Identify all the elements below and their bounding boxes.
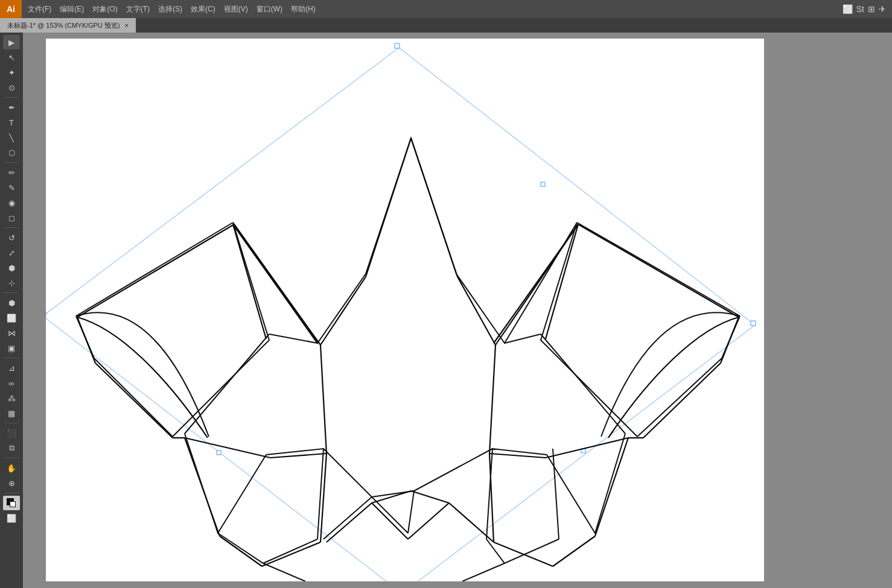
tool-separator-8 — [4, 493, 19, 493]
tool-pen[interactable]: ✒ — [3, 100, 20, 115]
svg-line-39 — [234, 224, 320, 345]
tool-zoom[interactable]: ⊕ — [3, 476, 20, 490]
svg-line-38 — [320, 277, 366, 345]
svg-line-31 — [546, 438, 628, 458]
star-shape-main — [77, 138, 739, 566]
tool-pencil[interactable]: ✎ — [3, 180, 20, 195]
tool-eraser[interactable]: ◻ — [3, 210, 20, 225]
tool-shaper[interactable]: ⬢ — [3, 261, 20, 275]
svg-line-32 — [327, 503, 372, 542]
svg-line-19 — [643, 363, 721, 438]
svg-line-35 — [408, 503, 449, 539]
tab-title: 未标题-1* @ 153% (CMYK/GPU 预览) — [7, 21, 120, 30]
tool-magic-wand[interactable]: ✦ — [3, 65, 20, 80]
tool-selection[interactable]: ▶ — [3, 35, 20, 49]
menu-bar: 文件(F) 编辑(E) 对象(O) 文字(T) 选择(S) 效果(C) 视图(V… — [22, 0, 322, 18]
tool-separator-1 — [4, 97, 19, 98]
menu-effect[interactable]: 效果(C) — [187, 3, 219, 16]
svg-line-40 — [457, 277, 495, 345]
tool-separator-7 — [4, 458, 19, 458]
tool-lasso[interactable]: ⊙ — [3, 80, 20, 95]
selection-box — [46, 43, 756, 581]
svg-line-13 — [546, 224, 578, 339]
star-artwork — [76, 138, 740, 581]
svg-line-24 — [270, 454, 327, 458]
tool-shape-builder[interactable]: ⬢ — [3, 296, 20, 310]
tool-line[interactable]: ╲ — [3, 130, 20, 145]
svg-rect-1 — [395, 43, 400, 48]
svg-line-34 — [372, 503, 408, 539]
svg-line-23 — [320, 454, 327, 542]
tool-paintbrush[interactable]: ✏ — [3, 165, 20, 180]
svg-line-11 — [233, 224, 266, 339]
menu-object[interactable]: 对象(O) — [89, 3, 121, 16]
svg-line-9 — [411, 138, 457, 277]
toolbar-icons: ⬜ St ⊞ ✈ — [843, 4, 892, 14]
left-toolbar: ▶ ↖ ✦ ⊙ ✒ T ╲ ⬡ ✏ ✎ ◉ ◻ ↺ ⤢ ⬢ ⊹ ⬢ ⬜ ⋈ ▣ … — [0, 33, 23, 588]
menu-file[interactable]: 文件(F) — [24, 3, 55, 16]
svg-line-21 — [220, 536, 262, 566]
svg-line-36 — [372, 491, 411, 503]
tool-column-graph[interactable]: ▦ — [3, 406, 20, 420]
menu-window[interactable]: 窗口(W) — [253, 3, 286, 16]
tool-slice[interactable]: ⧉ — [3, 441, 20, 455]
tool-separator-3 — [4, 227, 19, 228]
svg-line-26 — [595, 438, 628, 536]
menu-text[interactable]: 文字(T) — [123, 3, 153, 16]
svg-line-14 — [77, 224, 234, 317]
tool-separator-2 — [4, 162, 19, 163]
svg-line-42 — [320, 345, 327, 454]
svg-line-16 — [95, 363, 173, 438]
tool-screen-mode[interactable]: ⬜ — [3, 511, 20, 525]
document-tab[interactable]: 未标题-1* @ 153% (CMYK/GPU 预览) × — [0, 18, 136, 33]
app-logo: Ai — [0, 0, 22, 18]
main-area: ▶ ↖ ✦ ⊙ ✒ T ╲ ⬡ ✏ ✎ ◉ ◻ ↺ ⤢ ⬢ ⊹ ⬢ ⬜ ⋈ ▣ … — [0, 33, 892, 588]
menu-view[interactable]: 视图(V) — [220, 3, 252, 16]
menu-select[interactable]: 选择(S) — [155, 3, 186, 16]
svg-line-18 — [721, 317, 739, 363]
tool-blob-brush[interactable]: ◉ — [3, 195, 20, 210]
tab-bar: 未标题-1* @ 153% (CMYK/GPU 预览) × — [0, 18, 892, 33]
arrange-icon[interactable]: ⊞ — [868, 4, 875, 14]
tab-close-button[interactable]: × — [125, 22, 129, 29]
tool-free-transform[interactable]: ⊹ — [3, 276, 20, 290]
share-icon[interactable]: ✈ — [879, 4, 886, 14]
tool-type[interactable]: T — [3, 115, 20, 130]
svg-line-20 — [185, 438, 220, 536]
tool-rotate[interactable]: ↺ — [3, 230, 20, 245]
svg-line-17 — [578, 224, 739, 317]
tool-direct-selection[interactable]: ↖ — [3, 50, 20, 65]
tool-artboard[interactable]: ⬛ — [3, 426, 20, 440]
tool-fill-stroke[interactable] — [3, 496, 20, 510]
svg-line-8 — [366, 138, 411, 277]
tool-perspective[interactable]: ⬜ — [3, 311, 20, 325]
tool-hand[interactable]: ✋ — [3, 461, 20, 475]
title-bar: Ai 文件(F) 编辑(E) 对象(O) 文字(T) 选择(S) 效果(C) 视… — [0, 0, 892, 18]
svg-line-25 — [185, 438, 270, 458]
tool-mesh[interactable]: ⋈ — [3, 326, 20, 340]
svg-line-22 — [262, 542, 320, 566]
svg-rect-2 — [751, 321, 756, 326]
svg-line-27 — [553, 536, 595, 566]
bridge-icon[interactable]: St — [856, 4, 864, 14]
search-icon[interactable]: ⬜ — [843, 4, 853, 14]
svg-rect-7 — [217, 450, 221, 455]
tool-shape[interactable]: ⬡ — [3, 145, 20, 160]
tool-eyedropper[interactable]: ⊿ — [3, 361, 20, 375]
svg-line-15 — [77, 317, 95, 363]
tool-gradient[interactable]: ▣ — [3, 341, 20, 355]
svg-line-41 — [495, 224, 578, 345]
tool-symbol-sprayer[interactable]: ⁂ — [3, 391, 20, 405]
tool-separator-4 — [4, 292, 19, 293]
svg-line-43 — [489, 345, 495, 454]
tool-separator-5 — [4, 358, 19, 358]
svg-rect-5 — [541, 182, 545, 186]
canvas-area[interactable] — [23, 33, 892, 588]
menu-edit[interactable]: 编辑(E) — [56, 3, 88, 16]
menu-help[interactable]: 帮助(H) — [287, 3, 319, 16]
tool-separator-6 — [4, 423, 19, 423]
tool-blend[interactable]: ∞ — [3, 376, 20, 390]
artboard — [46, 39, 764, 581]
svg-line-37 — [411, 491, 449, 503]
tool-scale[interactable]: ⤢ — [3, 245, 20, 260]
